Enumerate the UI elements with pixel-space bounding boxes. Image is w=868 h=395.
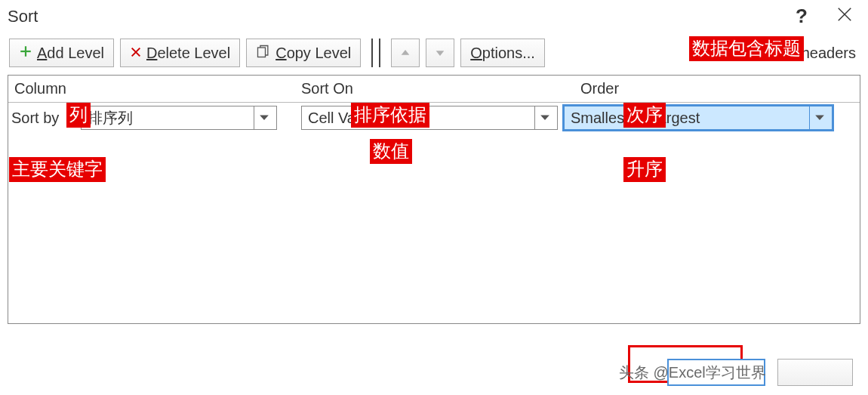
options-label: Options... [470,45,535,62]
add-level-label: Add Level [37,45,104,62]
divider-icon [371,39,373,67]
copy-level-button[interactable]: Copy Level [246,39,361,67]
copy-level-label: Copy Level [275,45,351,62]
add-level-button[interactable]: Add Level [9,39,114,67]
titlebar-controls: ? [796,5,853,28]
close-icon[interactable] [836,6,853,27]
cancel-button[interactable] [777,359,853,386]
delete-level-label: Delete Level [146,45,230,62]
move-up-button[interactable] [391,39,420,67]
column-field: 排序列 [81,106,277,130]
dialog-title: Sort [8,7,796,26]
anno-sorton: 排序依据 [351,103,429,128]
anno-order: 次序 [623,103,666,128]
chevron-up-icon [399,47,411,59]
svg-rect-6 [258,48,266,57]
chevron-down-icon [534,106,554,129]
col-header-sorton: Sort On [295,76,574,102]
x-icon [130,45,142,62]
order-dropdown[interactable]: Smallest to Largest [564,106,833,130]
move-down-button[interactable] [426,39,454,67]
watermark: 头条 @Excel学习世界 [619,363,766,383]
col-header-column: Column [8,76,295,102]
delete-level-button[interactable]: Delete Level [120,39,240,67]
titlebar: Sort ? [0,0,868,31]
sorton-dropdown[interactable]: Cell Values [301,106,558,130]
sort-dialog: Sort ? Add Level Delete Level Copy Level [0,0,868,395]
anno-cellvalues: 数值 [370,139,412,164]
divider-icon [379,39,380,67]
grid-header: Column Sort On Order [8,76,860,103]
chevron-down-icon [434,47,446,59]
copy-icon [256,44,271,63]
column-dropdown[interactable]: 排序列 [81,106,277,130]
anno-column: 列 [66,103,91,128]
anno-sortby: 主要关键字 [9,157,106,182]
column-dropdown-value: 排序列 [88,108,133,128]
anno-ordervalue: 升序 [623,157,666,182]
options-button[interactable]: Options... [460,39,545,67]
plus-icon [19,45,32,62]
sort-level-row: Sort by 排序列 Cell Values Smallest to Larg… [8,103,860,133]
chevron-down-icon [254,106,273,129]
sort-levels-grid: Column Sort On Order Sort by 排序列 Cell Va… [8,75,860,324]
anno-headers: 数据包含标题 [689,36,804,61]
order-field: Smallest to Largest [558,106,833,130]
chevron-down-icon [809,106,829,129]
col-header-order: Order [574,76,860,102]
help-icon[interactable]: ? [796,5,808,28]
